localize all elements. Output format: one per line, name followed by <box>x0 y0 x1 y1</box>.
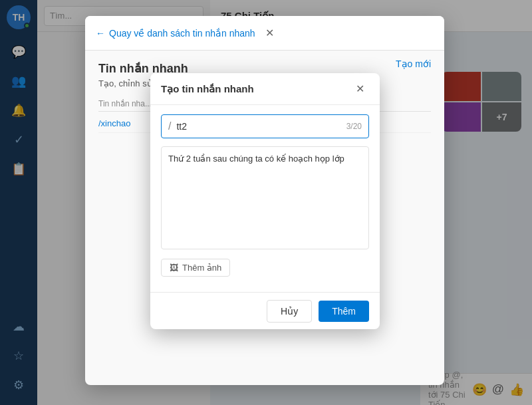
image-icon: 🖼 <box>170 263 178 273</box>
message-textarea[interactable]: Thứ 2 tuần sau chúng ta có kế hoạch họp … <box>161 146 369 249</box>
tao-moi-button[interactable]: Tạo mới <box>396 59 431 69</box>
add-photo-label: Thêm ảnh <box>182 263 221 273</box>
add-photo-button[interactable]: 🖼 Thêm ảnh <box>161 259 230 277</box>
inner-dialog-title: Tạo tin nhắn nhanh <box>161 83 350 95</box>
back-arrow-icon: ← <box>96 28 105 39</box>
inner-dialog: Tạo tin nhắn nhanh ✕ / 3/20 Thứ 2 tuần s… <box>150 73 380 329</box>
back-button[interactable]: ← Quay về danh sách tin nhắn nhanh <box>96 28 255 39</box>
inner-dialog-body: / 3/20 Thứ 2 tuần sau chúng ta có kế hoạ… <box>150 105 380 286</box>
inner-dialog-header: Tạo tin nhắn nhanh ✕ <box>150 73 380 105</box>
inner-dialog-footer: Hủy Thêm <box>150 292 380 329</box>
inner-dialog-close-button[interactable]: ✕ <box>350 80 369 98</box>
slash-icon: / <box>168 120 171 132</box>
shortcut-input[interactable] <box>176 121 346 132</box>
outer-dialog-header: ← Quay về danh sách tin nhắn nhanh ✕ <box>85 16 444 51</box>
shortcut-counter: 3/20 <box>346 122 362 131</box>
back-label: Quay về danh sách tin nhắn nhanh <box>109 28 255 39</box>
outer-dialog-close-button[interactable]: ✕ <box>261 24 279 43</box>
add-button[interactable]: Thêm <box>319 301 369 322</box>
cancel-button[interactable]: Hủy <box>267 300 312 323</box>
shortcut-input-container: / 3/20 <box>161 114 369 138</box>
